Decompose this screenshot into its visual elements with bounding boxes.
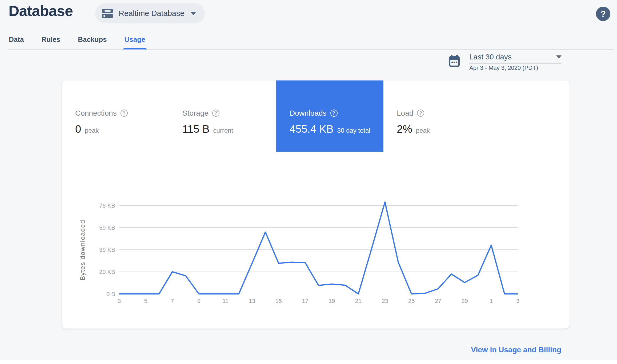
x-tick-label: 3	[118, 298, 121, 305]
metric-value: 115 B	[182, 123, 210, 135]
y-tick-label: 0 B	[106, 291, 115, 298]
bottom-strip	[0, 360, 617, 364]
database-selector-label: Realtime Database	[119, 9, 185, 18]
tab-backups[interactable]: Backups	[78, 35, 107, 50]
metric-label: Load	[397, 109, 413, 118]
x-tick-label: 19	[328, 298, 335, 305]
x-tick-label: 23	[382, 298, 388, 305]
y-tick-label: 78 KB	[99, 202, 115, 209]
x-tick-label: 3	[516, 298, 519, 305]
metric-label: Connections	[75, 109, 117, 118]
help-circle-icon[interactable]: ?	[121, 110, 128, 117]
downloads-series-line	[119, 202, 518, 294]
question-mark-icon: ?	[600, 9, 606, 19]
metric-value: 455.4 KB	[290, 123, 334, 135]
metric-unit: current	[213, 127, 233, 134]
x-tick-label: 25	[408, 298, 415, 305]
y-tick-label: 39 KB	[99, 246, 115, 253]
y-axis-tick-labels: 0 B20 KB39 KB59 KB78 KB	[78, 200, 115, 301]
tab-rules[interactable]: Rules	[41, 35, 60, 50]
help-circle-icon[interactable]: ?	[330, 110, 338, 117]
metric-unit: peak	[85, 127, 99, 134]
x-tick-label: 9	[197, 298, 201, 305]
dropdown-caret-icon	[556, 55, 562, 59]
chevron-down-icon	[190, 12, 196, 15]
metric-tab-connections[interactable]: Connections?0peak	[62, 80, 169, 152]
database-icon	[102, 8, 113, 19]
help-button[interactable]: ?	[596, 7, 610, 21]
x-tick-label: 13	[249, 298, 255, 305]
tab-usage[interactable]: Usage	[125, 35, 145, 50]
metric-label: Downloads	[290, 109, 327, 118]
page-title: Database	[9, 2, 73, 19]
x-tick-label: 21	[355, 298, 362, 305]
x-axis-tick-labels: 35791113151719212325272913	[119, 298, 518, 306]
view-usage-billing-link[interactable]: View in Usage and Billing	[471, 346, 561, 354]
x-tick-label: 17	[302, 298, 308, 305]
metric-label: Storage	[182, 109, 209, 118]
calendar-icon	[449, 55, 460, 68]
usage-card: Connections?0peakStorage?115 BcurrentDow…	[62, 80, 570, 329]
help-circle-icon[interactable]: ?	[212, 110, 219, 117]
x-tick-label: 11	[222, 298, 229, 305]
x-tick-label: 1	[490, 298, 493, 305]
metric-unit: 30 day total	[337, 127, 370, 134]
metric-tab-downloads[interactable]: Downloads?455.4 KB30 day total	[276, 80, 383, 152]
usage-line-chart	[119, 200, 518, 301]
database-instance-selector[interactable]: Realtime Database	[95, 3, 205, 23]
metric-value: 2%	[397, 123, 412, 135]
x-tick-label: 7	[171, 298, 174, 305]
x-tick-label: 15	[275, 298, 282, 305]
y-tick-label: 59 KB	[99, 224, 115, 231]
section-tabs: DataRulesBackupsUsage	[9, 35, 145, 50]
tab-data[interactable]: Data	[9, 35, 24, 50]
metric-tabs-row: Connections?0peakStorage?115 BcurrentDow…	[62, 80, 491, 152]
x-tick-label: 5	[144, 298, 147, 305]
help-circle-icon[interactable]: ?	[417, 110, 424, 117]
y-tick-label: 20 KB	[99, 269, 115, 276]
tabs-divider	[8, 49, 614, 50]
x-tick-label: 29	[461, 298, 468, 305]
x-tick-label: 27	[435, 298, 441, 305]
date-range-dates: Apr 3 - May 3, 2020 (PDT)	[469, 64, 538, 71]
metric-tab-storage[interactable]: Storage?115 Bcurrent	[169, 80, 276, 152]
date-range-preset: Last 30 days	[469, 53, 512, 61]
metric-tab-load[interactable]: Load?2%peak	[383, 80, 491, 152]
metric-unit: peak	[416, 127, 430, 134]
metric-value: 0	[75, 123, 81, 135]
